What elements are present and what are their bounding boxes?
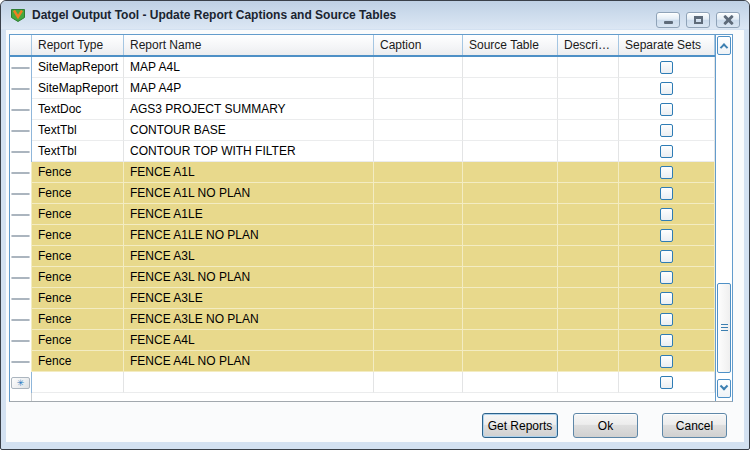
table-row[interactable]: TextTbl CONTOUR TOP WITH FILTER xyxy=(10,141,732,162)
report-type-cell[interactable]: TextTbl xyxy=(32,120,124,141)
report-name-cell[interactable]: MAP A4L xyxy=(124,57,374,78)
datgel-app-icon[interactable] xyxy=(10,7,26,23)
report-name-cell[interactable]: FENCE A3LE xyxy=(124,288,374,309)
source-table-cell[interactable] xyxy=(463,309,558,330)
maximize-button[interactable] xyxy=(686,12,710,28)
caption-cell[interactable] xyxy=(374,309,463,330)
report-type-cell[interactable]: Fence xyxy=(32,351,124,372)
source-table-cell[interactable] xyxy=(463,57,558,78)
description-cell[interactable] xyxy=(558,99,619,120)
separate-sets-cell[interactable] xyxy=(619,120,715,141)
report-name-cell[interactable]: FENCE A3L xyxy=(124,246,374,267)
vertical-scrollbar[interactable] xyxy=(715,35,732,401)
report-type-cell[interactable]: SiteMapReport xyxy=(32,78,124,99)
row-indicator-button[interactable] xyxy=(11,319,30,321)
description-cell[interactable] xyxy=(558,246,619,267)
source-table-cell[interactable] xyxy=(463,99,558,120)
caption-cell[interactable] xyxy=(374,78,463,99)
table-row[interactable]: TextDoc AGS3 PROJECT SUMMARY xyxy=(10,99,732,120)
row-indicator[interactable] xyxy=(10,246,32,267)
separate-sets-checkbox[interactable] xyxy=(660,229,673,242)
report-name-cell[interactable]: FENCE A1LE xyxy=(124,204,374,225)
separate-sets-cell[interactable] xyxy=(619,330,715,351)
row-indicator-button[interactable] xyxy=(11,130,30,132)
separate-sets-checkbox[interactable] xyxy=(660,187,673,200)
table-row[interactable]: Fence FENCE A3LE NO PLAN xyxy=(10,309,732,330)
report-type-cell[interactable]: Fence xyxy=(32,225,124,246)
separate-sets-cell[interactable] xyxy=(619,183,715,204)
report-name-cell[interactable]: FENCE A4L xyxy=(124,330,374,351)
separate-sets-checkbox[interactable] xyxy=(660,145,673,158)
minimize-button[interactable] xyxy=(656,12,680,28)
description-cell[interactable] xyxy=(558,267,619,288)
source-table-cell[interactable] xyxy=(463,204,558,225)
description-cell[interactable] xyxy=(558,78,619,99)
report-type-cell[interactable]: Fence xyxy=(32,330,124,351)
description-cell[interactable] xyxy=(558,183,619,204)
table-row[interactable]: Fence FENCE A4L NO PLAN xyxy=(10,351,732,372)
description-cell[interactable] xyxy=(558,351,619,372)
table-row[interactable]: Fence FENCE A3L NO PLAN xyxy=(10,267,732,288)
source-table-cell[interactable] xyxy=(463,372,558,393)
source-table-cell[interactable] xyxy=(463,225,558,246)
separate-sets-checkbox[interactable] xyxy=(660,355,673,368)
report-name-cell[interactable]: CONTOUR BASE xyxy=(124,120,374,141)
separate-sets-cell[interactable] xyxy=(619,309,715,330)
row-indicator[interactable] xyxy=(10,288,32,309)
source-table-cell[interactable] xyxy=(463,288,558,309)
title-bar[interactable]: Datgel Output Tool - Update Report Capti… xyxy=(1,1,749,29)
table-row[interactable]: TextTbl CONTOUR BASE xyxy=(10,120,732,141)
report-name-cell[interactable]: FENCE A1L NO PLAN xyxy=(124,183,374,204)
row-indicator[interactable] xyxy=(10,225,32,246)
description-cell[interactable] xyxy=(558,57,619,78)
separate-sets-cell[interactable] xyxy=(619,99,715,120)
caption-cell[interactable] xyxy=(374,267,463,288)
separate-sets-cell[interactable] xyxy=(619,78,715,99)
separate-sets-cell[interactable] xyxy=(619,57,715,78)
description-cell[interactable] xyxy=(558,330,619,351)
separate-sets-checkbox[interactable] xyxy=(660,271,673,284)
caption-cell[interactable] xyxy=(374,204,463,225)
column-header-separate-sets[interactable]: Separate Sets xyxy=(619,35,715,55)
table-row[interactable]: SiteMapReport MAP A4P xyxy=(10,78,732,99)
separate-sets-checkbox[interactable] xyxy=(660,313,673,326)
report-type-cell[interactable]: Fence xyxy=(32,246,124,267)
scroll-up-button[interactable] xyxy=(717,36,731,55)
row-indicator-button[interactable] xyxy=(11,88,30,90)
caption-cell[interactable] xyxy=(374,246,463,267)
report-name-cell[interactable]: AGS3 PROJECT SUMMARY xyxy=(124,99,374,120)
row-indicator[interactable] xyxy=(10,183,32,204)
report-type-cell[interactable]: SiteMapReport xyxy=(32,57,124,78)
separate-sets-cell[interactable] xyxy=(619,288,715,309)
close-button[interactable] xyxy=(716,12,740,28)
separate-sets-cell[interactable] xyxy=(619,141,715,162)
report-type-cell[interactable]: Fence xyxy=(32,204,124,225)
row-indicator-button[interactable] xyxy=(11,235,30,237)
row-indicator-button[interactable] xyxy=(11,172,30,174)
report-type-cell[interactable]: Fence xyxy=(32,309,124,330)
report-name-cell[interactable]: FENCE A1LE NO PLAN xyxy=(124,225,374,246)
description-cell[interactable] xyxy=(558,204,619,225)
scrollbar-thumb[interactable] xyxy=(717,283,731,373)
caption-cell[interactable] xyxy=(374,57,463,78)
report-type-cell[interactable]: TextTbl xyxy=(32,141,124,162)
caption-cell[interactable] xyxy=(374,120,463,141)
source-table-cell[interactable] xyxy=(463,78,558,99)
description-cell[interactable] xyxy=(558,225,619,246)
description-cell[interactable] xyxy=(558,120,619,141)
row-indicator[interactable] xyxy=(10,204,32,225)
separate-sets-checkbox[interactable] xyxy=(660,166,673,179)
row-indicator-button[interactable] xyxy=(11,151,30,153)
report-name-cell[interactable] xyxy=(124,372,374,393)
column-header-description[interactable]: Descri… xyxy=(558,35,619,55)
caption-cell[interactable] xyxy=(374,225,463,246)
source-table-cell[interactable] xyxy=(463,351,558,372)
caption-cell[interactable] xyxy=(374,288,463,309)
report-name-cell[interactable]: FENCE A3L NO PLAN xyxy=(124,267,374,288)
separate-sets-cell[interactable] xyxy=(619,372,715,393)
row-indicator-button[interactable] xyxy=(11,298,30,300)
row-indicator-button[interactable] xyxy=(11,193,30,195)
report-type-cell[interactable]: Fence xyxy=(32,183,124,204)
column-header-report-type[interactable]: Report Type xyxy=(32,35,124,55)
new-row-indicator-button[interactable]: ✳ xyxy=(11,377,30,389)
